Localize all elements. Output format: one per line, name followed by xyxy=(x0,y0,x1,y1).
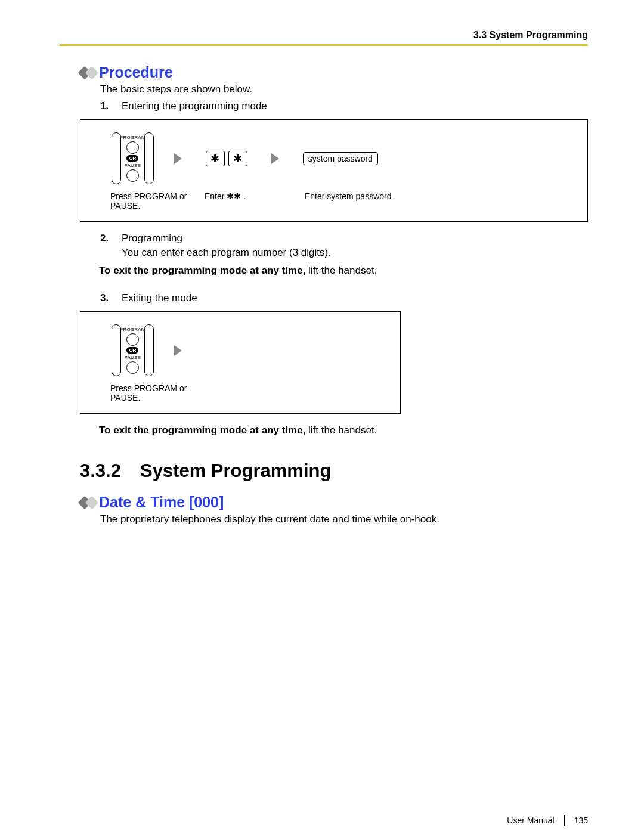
footer-separator xyxy=(564,815,565,826)
datetime-heading: Date & Time [000] xyxy=(80,494,588,511)
star-keys: ✱ ✱ xyxy=(206,151,247,166)
star-key-icon: ✱ xyxy=(228,151,247,166)
label-program: PROGRAM xyxy=(120,135,145,140)
footer-manual: User Manual xyxy=(507,816,554,825)
flow-box-exit: PROGRAM OR PAUSE Press PROGRAM or PAUSE. xyxy=(80,311,401,414)
list-item: 2. Programming xyxy=(100,233,588,244)
procedure-heading: Procedure xyxy=(80,64,588,81)
flow-captions: Press PROGRAM or PAUSE. Enter ✱✱ . Enter… xyxy=(110,191,571,210)
program-button-icon xyxy=(126,333,139,346)
label-pause: PAUSE xyxy=(125,163,141,168)
datetime-body: The proprietary telephones display the c… xyxy=(100,513,588,525)
section-number: 3.3.2 xyxy=(80,460,121,482)
flow-captions: Press PROGRAM or PAUSE. xyxy=(110,383,383,402)
flow-box-enter: PROGRAM OR PAUSE ✱ ✱ system password Pre… xyxy=(80,119,588,222)
note-block: To exit the programming mode at any time… xyxy=(80,425,588,436)
procedure-title: Procedure xyxy=(99,64,173,81)
caption-press: Press PROGRAM or PAUSE. xyxy=(110,383,188,402)
header-section-label: 3.3 System Programming xyxy=(60,30,588,41)
label-pause: PAUSE xyxy=(125,355,141,360)
item-text: Exiting the mode xyxy=(122,292,197,304)
system-password-box: system password xyxy=(303,152,378,165)
label-program: PROGRAM xyxy=(120,327,145,332)
star-key-icon: ✱ xyxy=(206,151,225,166)
note-text: To exit the programming mode at any time… xyxy=(99,425,588,436)
program-pause-buttons: PROGRAM OR PAUSE xyxy=(115,327,150,374)
or-pill: OR xyxy=(126,155,138,162)
arrow-right-icon xyxy=(174,153,182,164)
procedure-intro: The basic steps are shown below. xyxy=(100,83,588,95)
item-number: 2. xyxy=(100,233,111,244)
item-subtext: You can enter each program number (3 dig… xyxy=(122,247,588,259)
section-title: System Programming xyxy=(140,460,331,482)
item-text: Programming xyxy=(122,233,182,244)
list-item: 3. Exiting the mode xyxy=(100,292,588,304)
section-332-heading: 3.3.2 System Programming xyxy=(80,460,588,482)
list-item: 1. Entering the programming mode xyxy=(100,100,588,112)
pause-button-icon xyxy=(126,361,139,374)
note-block: To exit the programming mode at any time… xyxy=(80,265,588,277)
item-number: 1. xyxy=(100,100,111,112)
arrow-right-icon xyxy=(174,345,182,356)
caption-press: Press PROGRAM or PAUSE. xyxy=(110,191,188,210)
header-rule xyxy=(60,44,588,46)
item-text: Entering the programming mode xyxy=(122,100,267,112)
diamond-bullet-icon xyxy=(80,498,94,507)
item-number: 3. xyxy=(100,292,111,304)
note-rest: lift the handset. xyxy=(305,265,377,276)
program-pause-buttons: PROGRAM OR PAUSE xyxy=(115,135,150,182)
note-rest: lift the handset. xyxy=(305,425,377,436)
note-text: To exit the programming mode at any time… xyxy=(99,265,588,277)
or-pill: OR xyxy=(126,347,138,354)
footer-page-number: 135 xyxy=(574,816,588,825)
arrow-right-icon xyxy=(271,153,279,164)
datetime-title: Date & Time [000] xyxy=(99,494,224,511)
note-bold: To exit the programming mode at any time… xyxy=(99,425,305,436)
caption-enter-stars: Enter ✱✱ . xyxy=(205,191,288,210)
caption-enter-password: Enter system password . xyxy=(305,191,396,210)
note-bold: To exit the programming mode at any time… xyxy=(99,265,305,276)
program-button-icon xyxy=(126,141,139,154)
pause-button-icon xyxy=(126,169,139,182)
page-footer: User Manual 135 xyxy=(507,815,588,826)
diamond-bullet-icon xyxy=(80,68,94,78)
